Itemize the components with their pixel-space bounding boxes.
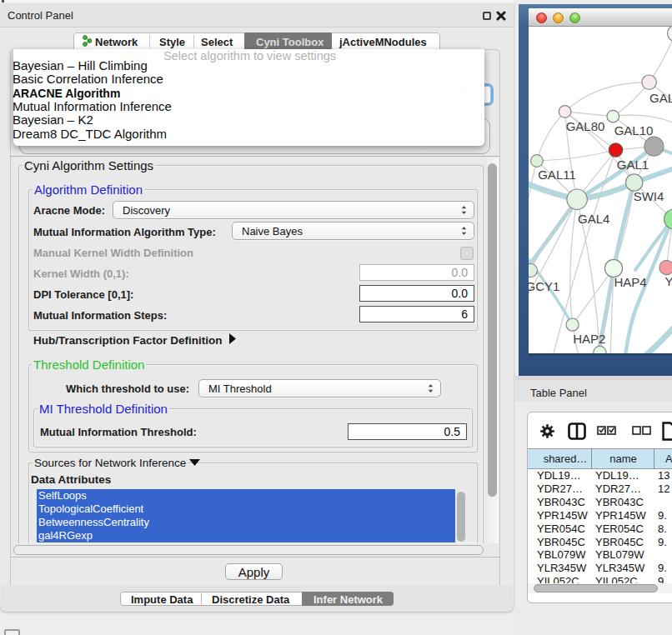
svg-text:HAP4: HAP4 <box>614 275 646 289</box>
svg-text:GAL2: GAL2 <box>649 91 672 105</box>
svg-text:GAL4: GAL4 <box>578 212 609 226</box>
svg-text:GAL10: GAL10 <box>614 123 654 138</box>
svg-text:YM: YM <box>665 274 672 288</box>
svg-text:GCY1: GCY1 <box>529 279 559 293</box>
svg-text:GAL11: GAL11 <box>538 168 576 182</box>
svg-text:GAL80: GAL80 <box>566 119 605 133</box>
svg-text:SWI4: SWI4 <box>634 189 664 203</box>
svg-text:HAP2: HAP2 <box>573 332 605 346</box>
svg-text:GAL1: GAL1 <box>617 158 649 172</box>
